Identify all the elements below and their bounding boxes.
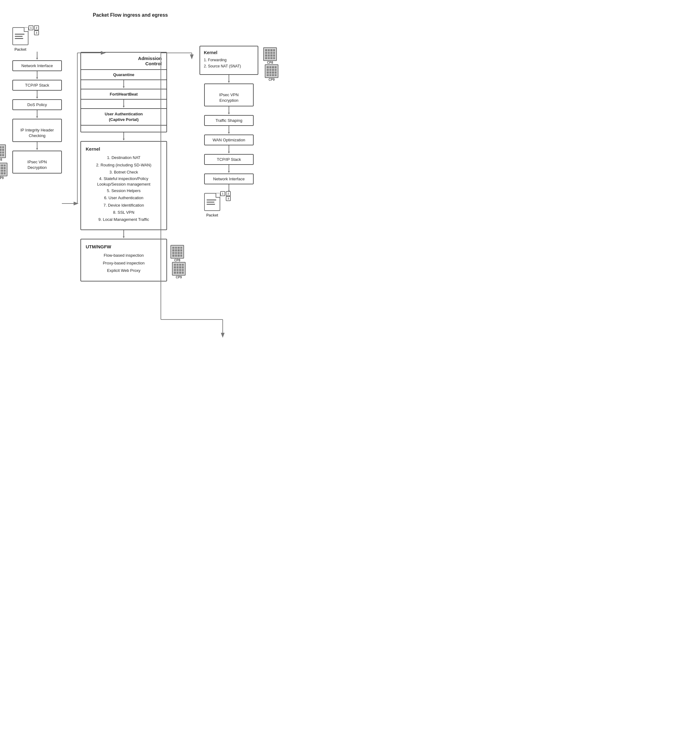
page-title: Packet Flow ingress and egress [93, 12, 344, 18]
packet-line [207, 199, 216, 200]
packet-badge-1: 1 [29, 25, 33, 30]
wan-opt-box: WAN Optimization [204, 135, 254, 145]
kernel-box: Kernel 1. Destination NAT 2. Routing (in… [80, 141, 167, 230]
tcpip-stack-right-label: TCP/IP Stack [217, 157, 241, 162]
dos-policy-label: DoS Policy [27, 102, 47, 107]
tcpip-stack-right-box: TCP/IP Stack [204, 154, 254, 165]
arrow-admission-to-kernel [74, 132, 173, 141]
right-kernel-title: Kernel [204, 50, 254, 55]
arrow-ipsec-enc-to-traffic [198, 106, 260, 115]
packet-line [15, 34, 25, 35]
ipsec-vpn-decrypt-label: IPsec VPN Decryption [28, 160, 47, 170]
cp8-group-left: CP8 [0, 144, 7, 161]
kernel-item-1: 2. Routing (including SD-WAN) [86, 161, 162, 168]
packet-bottom-badge-2: 2 [226, 191, 231, 196]
packet-line [15, 38, 23, 39]
utm-box: UTM/NGFW Flow-based inspection Proxy-bas… [80, 239, 167, 282]
packet-top-icon: 1 2 3 Packet [12, 27, 29, 52]
cp9-chip-left [0, 163, 7, 176]
utm-cp8-label: CP8 [174, 258, 180, 262]
packet-line [207, 202, 214, 203]
admission-control-title: Admission Control [86, 56, 162, 66]
quarantine-box: Quarantine [80, 69, 167, 80]
arrow-wan-to-tcp-right [198, 145, 260, 154]
arrow-top-to-network [6, 52, 68, 60]
admission-inner: Quarantine FortiHeartBeat User Authentic… [86, 69, 162, 126]
right-cp9-label: CP9 [269, 78, 274, 81]
right-kernel-item-0: 1. Forwarding [204, 57, 254, 63]
kernel-title: Kernel [86, 146, 162, 151]
packet-line [15, 36, 23, 37]
cp8-label-left: CP8 [0, 158, 2, 161]
kernel-item-5: 6. User Authentication [86, 194, 162, 201]
kernel-item-3: 4. Stateful inspection/Policy Lookup/Ses… [86, 176, 162, 187]
utm-cp9-group: CP9 [172, 262, 186, 279]
utm-title-text: UTM/NGFW [86, 244, 111, 249]
packet-badge-3: 3 [34, 30, 39, 35]
ip-integrity-box: IP Integrity Header Checking [12, 119, 62, 142]
kernel-item-6: 7. Device Identification [86, 202, 162, 209]
arrow-tcp-right-to-net-right [198, 165, 260, 174]
utm-cp-group: CP8 CP9 [169, 245, 186, 279]
user-auth-box: User Authentication (Captive Portal) [80, 108, 167, 126]
cp8-chip-left [0, 144, 6, 158]
kernel-item-8: 9. Local Management Traffic [86, 216, 162, 223]
packet-badge-2: 2 [34, 25, 39, 30]
right-cp9-chip [265, 64, 278, 78]
admission-control-title-text: Admission Control [138, 56, 162, 66]
utm-cp9-chip [172, 262, 186, 276]
utm-items: Flow-based inspection Proxy-based inspec… [86, 252, 162, 274]
right-cp8-label: CP8 [267, 61, 273, 64]
right-kernel-items: 1. Forwarding 2. Source NAT (SNAT) [204, 57, 254, 70]
dos-policy-box: DoS Policy [12, 99, 62, 110]
traffic-shaping-label: Traffic Shaping [216, 118, 243, 123]
network-interface-right-label: Network Interface [213, 177, 245, 181]
ipsec-decrypt-row: CP8 CP9 IPsec VPN Decryption [12, 151, 62, 174]
utm-cp8-chip [170, 245, 184, 258]
utm-wrapper: UTM/NGFW Flow-based inspection Proxy-bas… [80, 239, 167, 282]
packet-bottom-label: Packet [204, 213, 220, 218]
utm-item-1: Proxy-based inspection [86, 260, 162, 267]
right-kernel-wrapper: Kernel 1. Forwarding 2. Source NAT (SNAT… [199, 46, 258, 75]
network-interface-box: Network Interface [12, 60, 62, 71]
right-kernel-box: Kernel 1. Forwarding 2. Source NAT (SNAT… [199, 46, 258, 75]
fortiheartbeat-label: FortiHeartBeat [110, 92, 138, 96]
arrow-ip-to-ipsec [6, 142, 68, 151]
utm-cp8-group: CP8 [169, 245, 186, 262]
kernel-title-text: Kernel [86, 146, 100, 151]
utm-item-0: Flow-based inspection [86, 252, 162, 260]
fortiheartbeat-box: FortiHeartBeat [80, 89, 167, 100]
utm-title: UTM/NGFW [86, 244, 162, 249]
kernel-item-0: 1. Destination NAT [86, 154, 162, 161]
cp-chip-group-left: CP8 CP9 [0, 144, 7, 180]
right-kernel-item-1: 2. Source NAT (SNAT) [204, 63, 254, 69]
ipsec-vpn-decrypt-box: IPsec VPN Decryption [12, 151, 62, 174]
right-cp8-group: CP8 [262, 47, 278, 64]
utm-cp9-label: CP9 [176, 276, 182, 279]
packet-line [207, 204, 215, 205]
arrow-kernel-to-ipsec-enc [198, 75, 260, 84]
kernel-item-7: 8. SSL VPN [86, 209, 162, 216]
kernel-item-4: 5. Session Helpers [86, 187, 162, 194]
arrow-forti-to-auth [86, 100, 162, 108]
packet-doc-top: 1 2 3 [12, 27, 29, 45]
packet-bottom-badge-1: 1 [220, 191, 225, 196]
packet-top-label: Packet [12, 47, 29, 52]
kernel-item-2: 3. Botnet Check [86, 168, 162, 176]
packet-bottom-icon: 1 2 3 Packet [204, 193, 220, 218]
cp9-group-left: CP9 [0, 163, 7, 180]
ipsec-vpn-encrypt-label: IPsec VPN Encryption [219, 93, 239, 103]
arrow-network-to-tcp [6, 71, 68, 80]
right-kernel-title-text: Kernel [204, 50, 218, 55]
packet-doc-bottom: 1 2 3 [204, 193, 220, 211]
arrow-dos-to-ip [6, 110, 68, 119]
network-interface-label: Network Interface [21, 63, 53, 68]
tcpip-stack-label: TCP/IP Stack [25, 83, 49, 87]
right-cp-group: CP8 CP9 [262, 47, 278, 81]
right-cp9-group: CP9 [265, 64, 278, 81]
mid-column: Admission Control Quarantine FortiHeartB… [74, 52, 173, 291]
arrow-kernel-to-utm [74, 230, 173, 239]
arrow-tcp-to-dos [6, 91, 68, 99]
packet-bottom-badge-3: 3 [226, 196, 231, 201]
left-column: 1 2 3 Packet Network Interface TCP/IP St… [6, 27, 68, 186]
